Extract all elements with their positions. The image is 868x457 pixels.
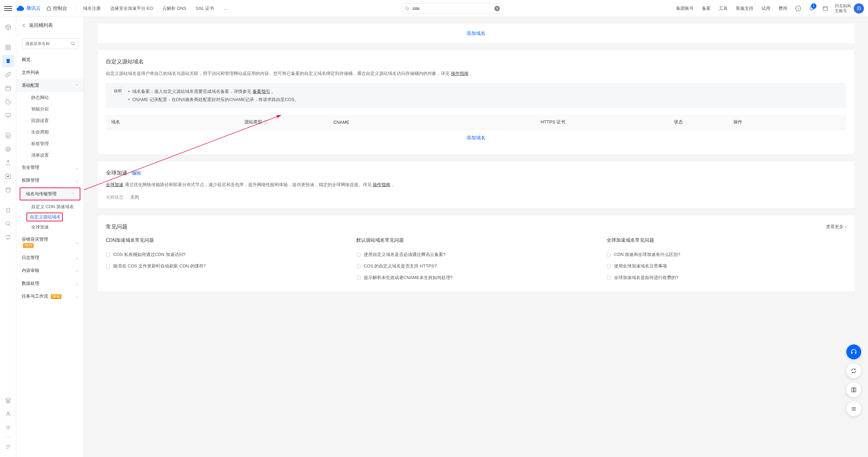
mini-program-icon[interactable] [818,0,832,17]
chevron-up-icon: ⌃ [72,192,74,196]
float-chat-button[interactable] [846,344,861,359]
icon-rail [0,17,16,457]
info-item: CNAME 记录配置：在DNS服务商处配置好对应的CNAME记录，将请求路由至C… [128,96,841,103]
faq-link[interactable]: 提示解析未生效或者CNAME未生效如何处理? [356,272,596,283]
sidebar-sub-origin-pull[interactable]: 回源设置 [16,115,84,126]
sidebar-item-permission[interactable]: 权限管理⌄ [16,174,84,187]
document-icon [607,264,611,269]
new-badge: NEW [51,294,61,299]
document-icon [356,275,361,280]
nav-ssl[interactable]: SSL 证书 [191,0,219,17]
brand-logo[interactable]: 腾讯云 [16,4,41,13]
sidebar-item-overview[interactable]: 概览 [16,53,84,66]
sidebar-sub-custom-cdn[interactable]: 自定义 CDN 加速域名 [16,201,84,213]
section-title: 全球加速 [106,170,127,177]
faq-link[interactable]: 能否在 COS 文件更新时自动刷新 CDN 的缓存? [106,260,346,272]
rail-sync-icon[interactable] [2,231,14,243]
faq-link[interactable]: COS 私有桶如何通过CDN 加速访问? [106,249,346,260]
guide-link[interactable]: 操作指南 [373,182,390,187]
rail-collapse-icon[interactable] [2,441,14,453]
rail-upload-icon[interactable] [2,157,14,169]
nav-edgeone[interactable]: 边缘安全加速平台 EO [105,0,158,17]
brand-text: 腾讯云 [26,5,41,12]
nav-group-account[interactable]: 集团账号 [672,0,698,17]
sidebar-back-link[interactable]: 返回桶列表 [16,17,84,34]
float-docs-button[interactable] [846,382,861,397]
nav-beian[interactable]: 备案 [698,0,715,17]
console-label: 控制台 [53,5,67,12]
global-accel-link[interactable]: 全球加速 [106,182,123,187]
rail-check-icon[interactable] [2,170,14,182]
sidebar-sub-inventory[interactable]: 清单设置 [16,150,84,161]
beian-guide-link[interactable]: 备案指引 [253,89,270,94]
sidebar-search-input[interactable] [22,38,78,49]
divider [75,4,76,13]
add-domain-link[interactable]: 添加域名 [467,135,486,140]
nav-dns[interactable]: 云解析 DNS [158,0,191,17]
rail-target-icon[interactable] [2,143,14,155]
info-icon[interactable]: i [263,120,268,124]
rail-calendar-icon[interactable] [2,82,14,94]
nav-trial[interactable]: 试用 [757,0,774,17]
add-domain-link-top[interactable]: 添加域名 [467,31,486,36]
rail-link-icon[interactable] [2,68,14,81]
rail-trash-icon[interactable] [2,204,14,216]
rail-db-icon[interactable] [2,184,14,196]
guide-link[interactable]: 操作指南 [451,71,469,76]
sidebar-item-basic-config[interactable]: 基础配置⌃ [16,79,84,92]
search-input[interactable] [401,3,503,14]
rail-search-icon[interactable] [2,218,14,230]
faq-link[interactable]: 使用自定义域名是否必须通过腾讯云备案? [356,249,596,260]
rail-bucket-icon[interactable] [2,55,14,67]
sidebar-sub-global-accel[interactable]: 全球加速 [16,221,84,233]
search-clear-icon[interactable]: ✕ [494,6,500,11]
notification-icon[interactable]: 1 [805,0,818,17]
faq-header: 常见问题 查看更多 › [106,223,846,231]
user-menu[interactable]: 归去如风 主账号 归 [835,3,864,14]
rail-grid-icon[interactable] [2,41,14,54]
rail-gear-icon[interactable] [2,421,14,434]
sidebar-item-file-list[interactable]: 文件列表 [16,66,84,79]
faq-more-link[interactable]: 查看更多 › [826,224,846,230]
info-item: 域名备案：接入自定义源站域名需要完成域名备案，详情参见 备案指引 。 [128,87,841,95]
faq-link[interactable]: 使用全球加速域名注意事项 [607,260,846,272]
status-label: 当前状态 [106,194,123,200]
nav-more[interactable]: … [219,0,233,17]
faq-link[interactable]: COS 的自定义域名是否支持 HTTPS? [356,260,596,272]
faq-link[interactable]: CDN 加速和全球加速有什么区别? [607,249,846,260]
rail-user-icon[interactable] [2,408,14,420]
main-content: 添加域名 自定义源站域名 自定义源站域名是用户将自己的域名与源站关联，用于访问和… [84,17,868,457]
help-icon[interactable]: ? [791,0,805,17]
menu-toggle-icon[interactable] [4,4,12,13]
sidebar-item-domain-transfer[interactable]: 域名与传输管理⌃ [22,189,78,199]
document-icon [106,264,111,269]
console-link[interactable]: 控制台 [46,5,67,12]
svg-rect-5 [8,45,10,47]
sidebar-item-task-workflow[interactable]: 任务与工作流 NEW⌄ [16,290,84,303]
nav-tools[interactable]: 工具 [715,0,732,17]
sidebar-sub-tag-mgmt[interactable]: 标签管理 [16,138,84,150]
sidebar-sub-static-site[interactable]: 静态网站 [16,92,84,103]
rail-layers-icon[interactable] [2,394,14,406]
nav-billing[interactable]: 费用 [774,0,791,17]
nav-domain-reg[interactable]: 域名注册 [78,0,105,17]
sidebar-sub-custom-origin[interactable]: 自定义源站域名 [26,213,63,221]
sidebar-item-content-audit[interactable]: 内容审核⌄ [16,264,84,277]
sidebar-item-data-process[interactable]: 数据处理⌄ [16,277,84,290]
edit-link[interactable]: 编辑 [132,170,141,176]
sidebar-item-fault-tolerance[interactable]: 容错容灾管理NEW ⌄ [16,233,84,251]
rail-pie-icon[interactable] [2,96,14,108]
faq-link[interactable]: 全球加速域名是如何进行收费的? [607,272,846,283]
sidebar-item-log-mgmt[interactable]: 日志管理⌄ [16,251,84,264]
rail-cube-icon[interactable] [2,21,14,33]
rail-monitor-icon[interactable] [2,109,14,121]
float-refresh-button[interactable] [846,363,861,378]
sidebar-item-security[interactable]: 安全管理⌄ [16,161,84,174]
sidebar-sub-smart-tier[interactable]: 智能分层 [16,103,84,115]
rail-file-search-icon[interactable] [2,130,14,142]
float-menu-button[interactable] [846,401,861,416]
nav-support[interactable]: 客服支持 [732,0,757,17]
sidebar-sub-lifecycle[interactable]: 生命周期 [16,126,84,138]
search-box: ✕ [401,3,503,14]
top-add-domain-card: 添加域名 [98,24,854,43]
